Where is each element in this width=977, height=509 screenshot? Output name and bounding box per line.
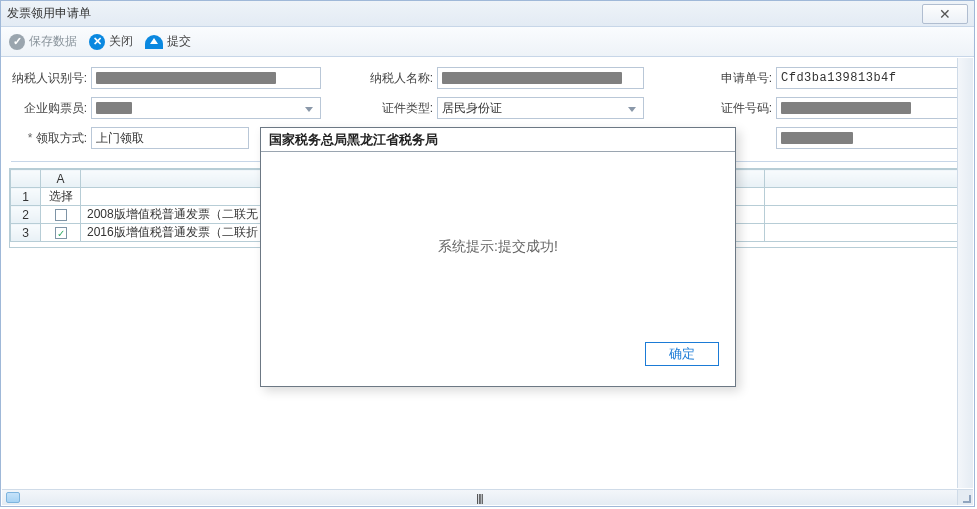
resize-grip[interactable]	[957, 489, 973, 505]
vertical-scrollbar[interactable]	[957, 58, 973, 488]
extra-field[interactable]	[776, 127, 964, 149]
pickup-method-label: 领取方式:	[11, 130, 91, 147]
grid-corner	[11, 170, 41, 188]
check-icon: ✓	[9, 34, 25, 50]
close-circle-icon: ✕	[89, 34, 105, 50]
taxpayer-id-label: 纳税人识别号:	[11, 70, 91, 87]
checkbox-icon	[55, 209, 67, 221]
dialog-body: 系统提示:提交成功!	[261, 152, 735, 342]
application-no-input[interactable]: Cfd3ba139813b4f	[776, 67, 964, 89]
scrollbar-marks: ||||	[476, 493, 482, 504]
grid-rowhdr-1[interactable]: 1	[11, 188, 41, 206]
grid-rowhdr-3[interactable]: 3	[11, 224, 41, 242]
close-icon: ✕	[939, 6, 951, 22]
purchaser-select[interactable]	[91, 97, 321, 119]
upload-icon	[145, 35, 163, 49]
taxpayer-id-input[interactable]	[91, 67, 321, 89]
dialog-footer: 确定	[261, 342, 735, 366]
scrollbar-thumb[interactable]	[6, 492, 20, 503]
grid-right-2	[765, 206, 965, 224]
horizontal-scrollbar[interactable]: ||||	[2, 489, 957, 505]
pickup-method-value: 上门领取	[96, 130, 144, 147]
close-label: 关闭	[109, 33, 133, 50]
grid-col-right[interactable]	[765, 170, 965, 188]
cert-no-input[interactable]	[776, 97, 964, 119]
save-button[interactable]: ✓ 保存数据	[9, 33, 77, 50]
grid-select-header: 选择	[41, 188, 81, 206]
grid-select-2[interactable]	[41, 206, 81, 224]
submit-label: 提交	[167, 33, 191, 50]
cert-no-label: 证件号码:	[716, 100, 776, 117]
window-title: 发票领用申请单	[7, 5, 91, 22]
dialog-title: 国家税务总局黑龙江省税务局	[261, 128, 735, 152]
checkbox-checked-icon	[55, 227, 67, 239]
grid-right-3	[765, 224, 965, 242]
grip-icon	[963, 495, 971, 503]
ok-button[interactable]: 确定	[645, 342, 719, 366]
cert-type-value: 居民身份证	[442, 100, 502, 117]
submit-button[interactable]: 提交	[145, 33, 191, 50]
close-button[interactable]: ✕ 关闭	[89, 33, 133, 50]
application-no-value: Cfd3ba139813b4f	[781, 71, 897, 85]
save-label: 保存数据	[29, 33, 77, 50]
grid-right-1	[765, 188, 965, 206]
modal-dialog: 国家税务总局黑龙江省税务局 系统提示:提交成功! 确定	[260, 127, 736, 387]
titlebar: 发票领用申请单 ✕	[1, 1, 974, 27]
taxpayer-name-label: 纳税人名称:	[357, 70, 437, 87]
pickup-method-input[interactable]: 上门领取	[91, 127, 249, 149]
application-no-label: 申请单号:	[716, 70, 776, 87]
taxpayer-name-input[interactable]	[437, 67, 644, 89]
window-close-button[interactable]: ✕	[922, 4, 968, 24]
grid-col-A[interactable]: A	[41, 170, 81, 188]
cert-type-label: 证件类型:	[357, 100, 437, 117]
ok-label: 确定	[669, 345, 695, 363]
app-window: 发票领用申请单 ✕ ✓ 保存数据 ✕ 关闭 提交 纳税人识别号: 纳税人名称:	[0, 0, 975, 507]
cert-type-select[interactable]: 居民身份证	[437, 97, 644, 119]
purchaser-label: 企业购票员:	[11, 100, 91, 117]
dialog-message: 系统提示:提交成功!	[438, 238, 558, 256]
grid-select-3[interactable]	[41, 224, 81, 242]
toolbar: ✓ 保存数据 ✕ 关闭 提交	[1, 27, 974, 57]
grid-rowhdr-2[interactable]: 2	[11, 206, 41, 224]
